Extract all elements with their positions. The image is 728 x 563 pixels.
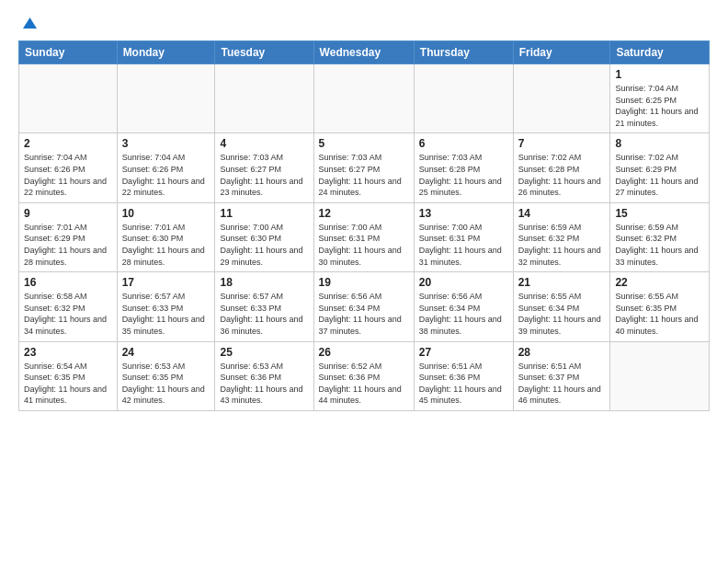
day-info: Sunrise: 7:03 AMSunset: 6:28 PMDaylight:… [419,152,508,198]
calendar-cell: 7Sunrise: 7:02 AMSunset: 6:28 PMDaylight… [513,133,610,202]
calendar-cell [19,64,118,133]
day-info: Sunrise: 7:03 AMSunset: 6:27 PMDaylight:… [220,152,308,198]
day-info: Sunrise: 6:59 AMSunset: 6:32 PMDaylight:… [518,222,606,268]
day-info: Sunrise: 6:57 AMSunset: 6:33 PMDaylight:… [220,291,308,337]
calendar-cell: 27Sunrise: 6:51 AMSunset: 6:36 PMDayligh… [414,341,513,410]
day-number: 28 [518,346,606,359]
calendar-cell: 15Sunrise: 6:59 AMSunset: 6:32 PMDayligh… [610,202,710,271]
calendar-cell: 4Sunrise: 7:03 AMSunset: 6:27 PMDaylight… [215,133,313,202]
calendar-cell: 20Sunrise: 6:56 AMSunset: 6:34 PMDayligh… [414,272,513,341]
calendar: SundayMondayTuesdayWednesdayThursdayFrid… [18,40,710,411]
day-info: Sunrise: 7:00 AMSunset: 6:31 PMDaylight:… [319,222,409,268]
calendar-cell: 18Sunrise: 6:57 AMSunset: 6:33 PMDayligh… [215,272,313,341]
calendar-cell: 14Sunrise: 6:59 AMSunset: 6:32 PMDayligh… [513,202,610,271]
day-info: Sunrise: 6:58 AMSunset: 6:32 PMDaylight:… [24,291,112,337]
calendar-week-row: 9Sunrise: 7:01 AMSunset: 6:29 PMDaylight… [19,202,710,271]
header [18,15,710,31]
day-info: Sunrise: 7:03 AMSunset: 6:27 PMDaylight:… [319,152,409,198]
day-number: 1 [615,68,704,81]
calendar-cell: 25Sunrise: 6:53 AMSunset: 6:36 PMDayligh… [215,341,313,410]
day-of-week-header: Thursday [414,41,513,64]
day-info: Sunrise: 6:54 AMSunset: 6:35 PMDaylight:… [24,361,112,407]
day-of-week-header: Monday [117,41,215,64]
calendar-cell: 13Sunrise: 7:00 AMSunset: 6:31 PMDayligh… [414,202,513,271]
day-number: 27 [419,346,508,359]
day-number: 21 [518,276,606,289]
day-info: Sunrise: 7:01 AMSunset: 6:30 PMDaylight:… [122,222,210,268]
logo-icon [20,15,37,31]
day-number: 18 [220,276,308,289]
calendar-cell: 6Sunrise: 7:03 AMSunset: 6:28 PMDaylight… [414,133,513,202]
calendar-cell: 28Sunrise: 6:51 AMSunset: 6:37 PMDayligh… [513,341,610,410]
calendar-cell: 5Sunrise: 7:03 AMSunset: 6:27 PMDaylight… [313,133,414,202]
calendar-cell: 11Sunrise: 7:00 AMSunset: 6:30 PMDayligh… [215,202,313,271]
day-number: 2 [24,137,112,150]
calendar-cell [513,64,610,133]
day-number: 17 [122,276,210,289]
day-info: Sunrise: 7:00 AMSunset: 6:30 PMDaylight:… [220,222,308,268]
day-number: 6 [419,137,508,150]
day-info: Sunrise: 7:00 AMSunset: 6:31 PMDaylight:… [419,222,508,268]
day-number: 11 [220,207,308,220]
day-number: 3 [122,137,210,150]
calendar-cell: 22Sunrise: 6:55 AMSunset: 6:35 PMDayligh… [610,272,710,341]
day-info: Sunrise: 7:02 AMSunset: 6:28 PMDaylight:… [518,152,606,198]
day-number: 5 [319,137,409,150]
day-info: Sunrise: 6:57 AMSunset: 6:33 PMDaylight:… [122,291,210,337]
day-number: 12 [319,207,409,220]
day-number: 13 [419,207,508,220]
logo [18,15,37,31]
calendar-week-row: 2Sunrise: 7:04 AMSunset: 6:26 PMDaylight… [19,133,710,202]
calendar-cell: 19Sunrise: 6:56 AMSunset: 6:34 PMDayligh… [313,272,414,341]
day-number: 19 [319,276,409,289]
day-number: 14 [518,207,606,220]
day-info: Sunrise: 7:02 AMSunset: 6:29 PMDaylight:… [615,152,704,198]
calendar-cell: 24Sunrise: 6:53 AMSunset: 6:35 PMDayligh… [117,341,215,410]
day-number: 9 [24,207,112,220]
day-of-week-header: Sunday [19,41,118,64]
calendar-cell [215,64,313,133]
day-number: 22 [615,276,704,289]
calendar-week-row: 1Sunrise: 7:04 AMSunset: 6:25 PMDaylight… [19,64,710,133]
calendar-week-row: 16Sunrise: 6:58 AMSunset: 6:32 PMDayligh… [19,272,710,341]
calendar-cell: 1Sunrise: 7:04 AMSunset: 6:25 PMDaylight… [610,64,710,133]
calendar-header-row: SundayMondayTuesdayWednesdayThursdayFrid… [19,41,710,64]
day-info: Sunrise: 7:01 AMSunset: 6:29 PMDaylight:… [24,222,112,268]
calendar-week-row: 23Sunrise: 6:54 AMSunset: 6:35 PMDayligh… [19,341,710,410]
day-number: 4 [220,137,308,150]
day-info: Sunrise: 6:53 AMSunset: 6:35 PMDaylight:… [122,361,210,407]
day-info: Sunrise: 6:59 AMSunset: 6:32 PMDaylight:… [615,222,704,268]
day-number: 7 [518,137,606,150]
calendar-cell: 10Sunrise: 7:01 AMSunset: 6:30 PMDayligh… [117,202,215,271]
calendar-cell: 21Sunrise: 6:55 AMSunset: 6:34 PMDayligh… [513,272,610,341]
calendar-cell: 3Sunrise: 7:04 AMSunset: 6:26 PMDaylight… [117,133,215,202]
day-number: 23 [24,346,112,359]
day-number: 15 [615,207,704,220]
day-of-week-header: Saturday [610,41,710,64]
calendar-cell [610,341,710,410]
calendar-cell: 17Sunrise: 6:57 AMSunset: 6:33 PMDayligh… [117,272,215,341]
calendar-cell: 2Sunrise: 7:04 AMSunset: 6:26 PMDaylight… [19,133,118,202]
day-info: Sunrise: 7:04 AMSunset: 6:26 PMDaylight:… [24,152,112,198]
day-number: 20 [419,276,508,289]
page: SundayMondayTuesdayWednesdayThursdayFrid… [0,0,728,563]
day-number: 24 [122,346,210,359]
day-info: Sunrise: 6:55 AMSunset: 6:35 PMDaylight:… [615,291,704,337]
day-info: Sunrise: 6:55 AMSunset: 6:34 PMDaylight:… [518,291,606,337]
svg-marker-0 [23,17,37,29]
day-info: Sunrise: 7:04 AMSunset: 6:25 PMDaylight:… [615,83,704,129]
day-of-week-header: Wednesday [313,41,414,64]
calendar-cell [117,64,215,133]
day-number: 16 [24,276,112,289]
day-info: Sunrise: 6:56 AMSunset: 6:34 PMDaylight:… [319,291,409,337]
calendar-cell: 8Sunrise: 7:02 AMSunset: 6:29 PMDaylight… [610,133,710,202]
calendar-cell: 12Sunrise: 7:00 AMSunset: 6:31 PMDayligh… [313,202,414,271]
day-number: 25 [220,346,308,359]
day-number: 26 [319,346,409,359]
day-number: 10 [122,207,210,220]
day-info: Sunrise: 6:56 AMSunset: 6:34 PMDaylight:… [419,291,508,337]
calendar-cell [414,64,513,133]
calendar-cell: 26Sunrise: 6:52 AMSunset: 6:36 PMDayligh… [313,341,414,410]
day-info: Sunrise: 6:52 AMSunset: 6:36 PMDaylight:… [319,361,409,407]
day-number: 8 [615,137,704,150]
